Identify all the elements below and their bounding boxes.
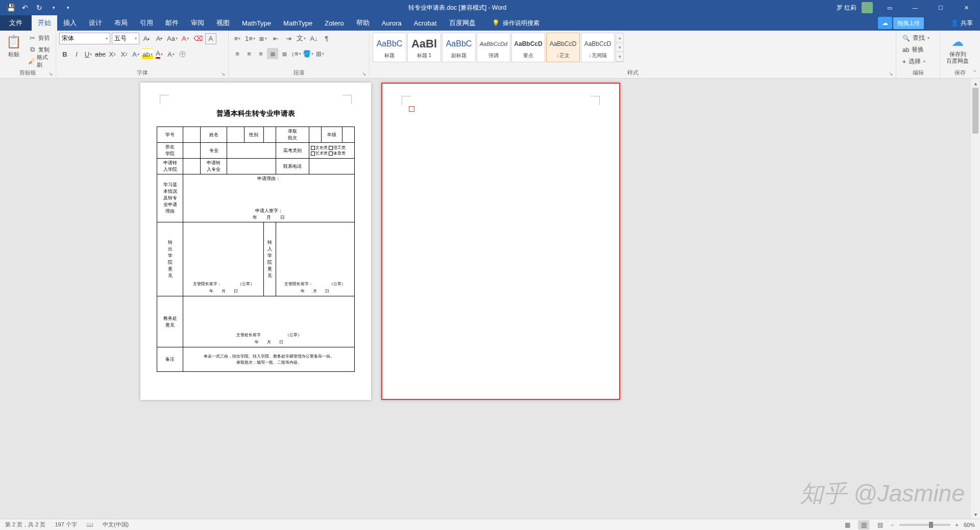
bullets-icon[interactable]: ≡ (232, 33, 243, 44)
web-layout-icon[interactable]: ▤ (874, 520, 886, 529)
tell-me[interactable]: 💡 操作说明搜索 (492, 19, 540, 28)
tab-mathtype1[interactable]: MathType (236, 15, 277, 31)
undo-icon[interactable]: ↶ (18, 1, 32, 14)
line-spacing-icon[interactable]: ↕≡ (290, 48, 302, 59)
styles-launcher-icon[interactable]: ↘ (889, 71, 893, 77)
tab-review[interactable]: 审阅 (185, 15, 210, 31)
zoom-in-icon[interactable]: + (955, 522, 959, 528)
grow-font-icon[interactable]: A▴ (141, 33, 152, 44)
user-name[interactable]: 罗 红莉 (837, 4, 856, 12)
word-count[interactable]: 197 个字 (55, 521, 77, 528)
ribbon-display-icon[interactable]: ▭ (878, 0, 901, 15)
cloud-upload-button[interactable]: 拖拽上传 (893, 17, 924, 29)
clipboard-launcher-icon[interactable]: ↘ (48, 71, 53, 77)
save-icon[interactable]: 💾 (4, 1, 17, 14)
tab-insert[interactable]: 插入 (57, 15, 83, 31)
strike-icon[interactable]: abc (94, 48, 106, 60)
collapse-ribbon-icon[interactable]: ⌃ (972, 69, 977, 76)
zoom-level[interactable]: 60% (964, 522, 975, 528)
redo-icon[interactable]: ↻ (33, 1, 46, 14)
tab-mailings[interactable]: 邮件 (159, 15, 185, 31)
style-tile-subtitle[interactable]: AaBbC副标题 (442, 33, 476, 62)
shrink-font-icon[interactable]: A▾ (154, 33, 165, 44)
tab-file[interactable]: 文件 (0, 15, 32, 31)
tab-view[interactable]: 视图 (210, 15, 236, 31)
save-baidu-button[interactable]: ☁ 保存到 百度网盘 (943, 33, 972, 65)
copy-button[interactable]: ⧉复制 (27, 44, 53, 55)
style-tile-normal[interactable]: AaBbCcD↓正文 (546, 33, 580, 62)
scroll-thumb[interactable] (972, 88, 978, 134)
scroll-down-icon[interactable]: ▾ (616, 43, 623, 53)
scroll-down-icon[interactable]: ▾ (971, 510, 980, 519)
paste-button[interactable]: 📋 粘贴 (3, 33, 24, 59)
enclosed-char-icon[interactable]: ㊉ (177, 48, 188, 60)
shading-icon[interactable]: 🪣 (302, 48, 314, 59)
qat-more-icon[interactable]: ▾ (47, 1, 60, 14)
style-tile-title[interactable]: AaBbC标题 (373, 33, 406, 62)
font-name-select[interactable]: 宋体▾ (59, 33, 110, 44)
cloud-icon[interactable]: ☁ (878, 17, 892, 29)
italic-icon[interactable]: I (71, 48, 82, 60)
style-tile-nospacing[interactable]: AaBbCcD↓无间隔 (581, 33, 615, 62)
align-center-icon[interactable]: ≡ (243, 48, 255, 59)
print-layout-icon[interactable]: ▥ (858, 520, 869, 529)
vertical-scrollbar[interactable]: ▴ ▾ (971, 79, 980, 519)
font-size-select[interactable]: 五号▾ (112, 33, 139, 44)
tab-references[interactable]: 引用 (134, 15, 159, 31)
asian-layout-icon[interactable]: 文 (296, 33, 307, 44)
align-right-icon[interactable]: ≡ (255, 48, 266, 59)
bold-icon[interactable]: B (59, 48, 70, 60)
page-indicator[interactable]: 第 2 页，共 2 页 (5, 521, 45, 528)
scroll-up-icon[interactable]: ▴ (616, 33, 623, 43)
cut-button[interactable]: ✂剪切 (27, 33, 53, 43)
scroll-more-icon[interactable]: ▾ (616, 52, 623, 62)
clear-format-icon[interactable]: ⌫ (192, 33, 204, 44)
char-shading-icon[interactable]: A (165, 48, 177, 60)
scroll-up-icon[interactable]: ▴ (971, 79, 980, 88)
font-launcher-icon[interactable]: ↘ (221, 71, 225, 77)
qat-item[interactable]: ▾ (61, 1, 75, 14)
language-indicator[interactable]: 中文(中国) (103, 521, 129, 528)
char-border-icon[interactable]: A (205, 33, 216, 44)
underline-icon[interactable]: U (83, 48, 94, 60)
minimize-icon[interactable]: — (903, 0, 927, 15)
para-launcher-icon[interactable]: ↘ (362, 71, 366, 77)
spell-check-icon[interactable]: 📖 (86, 521, 93, 528)
select-button[interactable]: ⌖选择▾ (902, 56, 929, 67)
close-icon[interactable]: ✕ (954, 0, 978, 15)
tab-aurora[interactable]: Aurora (376, 15, 408, 31)
find-button[interactable]: 🔍查找▾ (902, 33, 929, 43)
tab-help[interactable]: 帮助 (350, 15, 376, 31)
style-tile-emphasis[interactable]: AaBbCcDd强调 (477, 33, 510, 62)
subscript-icon[interactable]: X2 (107, 48, 118, 60)
styles-scroll[interactable]: ▴▾▾ (616, 33, 624, 62)
tab-design[interactable]: 设计 (83, 15, 108, 31)
text-effects-icon[interactable]: A (130, 48, 141, 60)
zoom-thumb[interactable] (929, 522, 933, 528)
change-case-icon[interactable]: Aa (166, 33, 178, 44)
scroll-track[interactable] (971, 88, 980, 510)
tab-home[interactable]: 开始 (32, 15, 57, 31)
style-tile-strong[interactable]: AaBbCcD要点 (511, 33, 545, 62)
format-painter-button[interactable]: 🖌格式刷 (27, 56, 53, 66)
document-canvas[interactable]: 普通本科生转专业申请表 学号 姓名 性别 录取 批次 年级 所在 学院 专业 高… (0, 79, 971, 519)
read-mode-icon[interactable]: ▦ (842, 520, 853, 529)
zoom-slider[interactable] (899, 524, 950, 526)
zoom-out-icon[interactable]: − (891, 522, 894, 528)
highlight-icon[interactable]: ab (142, 48, 153, 60)
multilevel-icon[interactable]: ≣ (257, 33, 268, 44)
replace-button[interactable]: ab替换 (902, 44, 929, 55)
show-marks-icon[interactable]: ¶ (321, 33, 332, 44)
font-color-icon[interactable]: A (154, 48, 165, 60)
tab-mathtype2[interactable]: MathType (277, 15, 318, 31)
indent-dec-icon[interactable]: ⇤ (270, 33, 281, 44)
align-left-icon[interactable]: ≡ (232, 48, 243, 59)
style-tile-h1[interactable]: AaBl标题 1 (407, 33, 441, 62)
sort-icon[interactable]: A↓ (308, 33, 320, 44)
maximize-icon[interactable]: ☐ (929, 0, 952, 15)
justify-icon[interactable]: ≣ (267, 48, 278, 59)
borders-icon[interactable]: ⊞ (314, 48, 326, 59)
tab-acrobat[interactable]: Acrobat (408, 15, 443, 31)
tab-layout[interactable]: 布局 (108, 15, 134, 31)
numbering-icon[interactable]: 1≡ (244, 33, 256, 44)
